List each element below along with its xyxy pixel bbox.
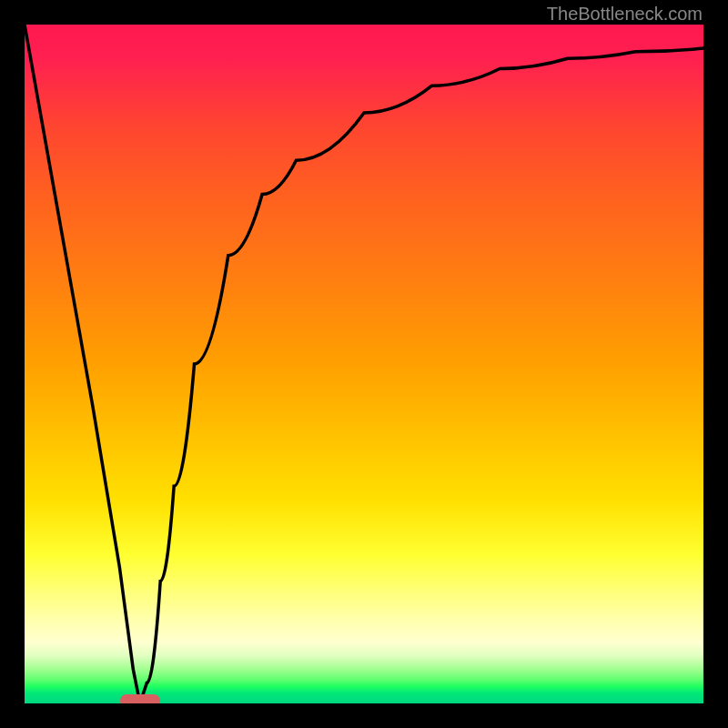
curve-svg [25, 25, 703, 703]
bottleneck-curve-path [25, 25, 703, 703]
optimal-marker [120, 694, 160, 703]
watermark-text: TheBottleneck.com [547, 4, 703, 25]
chart-area [25, 25, 703, 703]
